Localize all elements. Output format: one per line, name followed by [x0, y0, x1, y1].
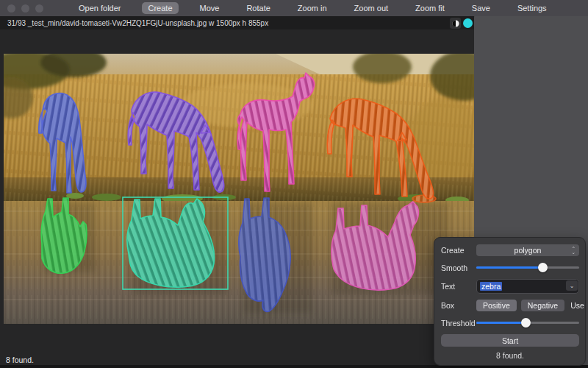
toolbar-button-create[interactable]: Create	[142, 2, 178, 14]
use-label: Use	[570, 301, 584, 310]
toolbar: Open folder Create Move Rotate Zoom in Z…	[0, 0, 588, 16]
smooth-label: Smooth	[441, 263, 476, 272]
updown-chevron-icon: ⌃⌄	[572, 244, 576, 256]
toolbar-button-move[interactable]: Move	[194, 2, 226, 14]
toolbar-button-settings[interactable]: Settings	[512, 2, 553, 14]
box-label: Box	[441, 301, 476, 310]
create-type-select[interactable]: polygon ⌃⌄	[476, 244, 579, 256]
text-value-selected: zebra	[480, 282, 502, 291]
zoom-button[interactable]	[35, 4, 43, 13]
toolbar-button-save[interactable]: Save	[466, 2, 496, 14]
text-combobox[interactable]: zebra ⌄	[476, 279, 579, 294]
cyan-status-dot-icon[interactable]	[463, 18, 473, 28]
toolbar-button-rotate[interactable]: Rotate	[240, 2, 276, 14]
status-text: 8 found.	[6, 355, 34, 364]
smooth-slider-thumb[interactable]	[538, 263, 548, 272]
toolbar-button-open-folder[interactable]: Open folder	[73, 2, 126, 14]
traffic-lights	[7, 4, 43, 13]
close-button[interactable]	[7, 4, 15, 13]
box-positive-button[interactable]: Positive	[476, 300, 517, 311]
contrast-toggle[interactable]	[450, 18, 461, 29]
file-info-text: 31/93 _test_min/david-tomaseti-Vw2HZQ1FG…	[7, 19, 268, 27]
minimize-button[interactable]	[21, 4, 29, 13]
toolbar-button-zoom-fit[interactable]: Zoom fit	[409, 2, 451, 14]
create-control-panel: Create polygon ⌃⌄ Smooth Text	[434, 237, 586, 366]
text-label: Text	[441, 282, 476, 291]
panel-found-text: 8 found.	[441, 351, 579, 360]
file-info-bar: 31/93 _test_min/david-tomaseti-Vw2HZQ1FG…	[0, 16, 474, 29]
create-label: Create	[441, 246, 476, 255]
start-button[interactable]: Start	[441, 334, 579, 347]
image-canvas[interactable]	[4, 54, 474, 324]
create-type-value: polygon	[514, 246, 542, 255]
threshold-label: Threshold	[441, 319, 476, 328]
app-window: Open folder Create Move Rotate Zoom in Z…	[0, 0, 588, 368]
threshold-slider-thumb[interactable]	[521, 318, 531, 328]
threshold-slider[interactable]	[476, 318, 579, 328]
contrast-icon	[452, 20, 459, 27]
smooth-slider[interactable]	[476, 263, 579, 272]
toolbar-button-zoom-out[interactable]: Zoom out	[348, 2, 394, 14]
toolbar-button-zoom-in[interactable]: Zoom in	[292, 2, 333, 14]
chevron-down-icon[interactable]: ⌄	[566, 280, 578, 291]
box-negative-button[interactable]: Negative	[521, 300, 564, 311]
